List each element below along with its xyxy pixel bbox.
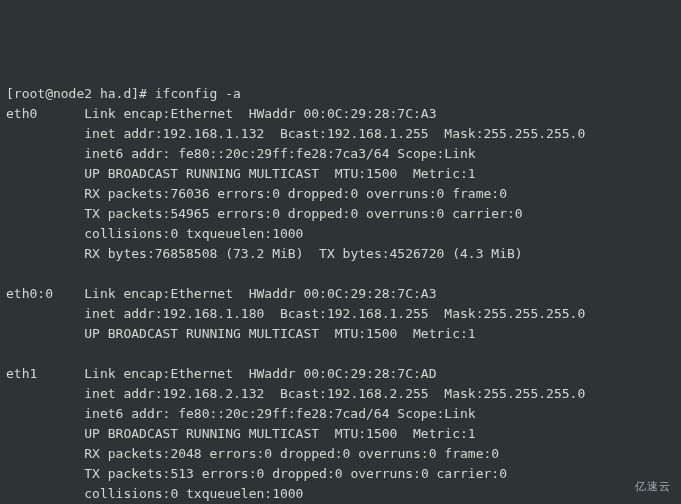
rx-frame: 0: [491, 446, 499, 461]
inet6-scope: Link: [444, 146, 475, 161]
prompt-cwd: ha.d: [100, 86, 131, 101]
txqueuelen: 1000: [272, 486, 303, 501]
iface-name: eth0: [6, 106, 37, 121]
inet-addr: 192.168.2.132: [163, 386, 265, 401]
prompt-user: root: [14, 86, 45, 101]
mtu: 1500: [366, 326, 397, 341]
prompt-symbol: #: [139, 86, 147, 101]
rx-dropped: 0: [350, 186, 358, 201]
bcast: 192.168.1.255: [327, 126, 429, 141]
tx-dropped: 0: [350, 206, 358, 221]
watermark: 亿速云: [609, 476, 671, 496]
tx-bytes-h: 4.3 MiB: [460, 246, 515, 261]
iface-eth0: eth0 Link encap:Ethernet HWaddr 00:0C:29…: [6, 106, 585, 261]
mtu: 1500: [366, 166, 397, 181]
metric: 1: [468, 426, 476, 441]
hwaddr: 00:0C:29:28:7C:AD: [303, 366, 436, 381]
rx-bytes-h: 73.2 MiB: [233, 246, 296, 261]
collisions: 0: [170, 486, 178, 501]
prompt-host: node2: [53, 86, 92, 101]
mask: 255.255.255.0: [483, 386, 585, 401]
mask: 255.255.255.0: [483, 126, 585, 141]
rx-dropped: 0: [343, 446, 351, 461]
cloud-icon: [609, 479, 631, 493]
bcast: 192.168.1.255: [327, 306, 429, 321]
rx-packets: 76036: [170, 186, 209, 201]
link-encap: Ethernet: [170, 106, 233, 121]
terminal-output: [root@node2 ha.d]# ifconfig -a eth0 Link…: [6, 84, 675, 504]
bcast: 192.168.2.255: [327, 386, 429, 401]
metric: 1: [468, 326, 476, 341]
inet-addr: 192.168.1.132: [163, 126, 265, 141]
rx-frame: 0: [499, 186, 507, 201]
link-encap: Ethernet: [170, 366, 233, 381]
hwaddr: 00:0C:29:28:7C:A3: [303, 106, 436, 121]
inet6-addr: fe80::20c:29ff:fe28:7cad/64: [178, 406, 389, 421]
tx-bytes: 4526720: [390, 246, 445, 261]
iface-name: eth1: [6, 366, 37, 381]
tx-overruns: 0: [421, 466, 429, 481]
iface-eth0-0: eth0:0 Link encap:Ethernet HWaddr 00:0C:…: [6, 286, 585, 341]
iface-name: eth0:0: [6, 286, 53, 301]
metric: 1: [468, 166, 476, 181]
rx-overruns: 0: [429, 446, 437, 461]
inet-addr: 192.168.1.180: [163, 306, 265, 321]
iface-eth1: eth1 Link encap:Ethernet HWaddr 00:0C:29…: [6, 366, 585, 504]
tx-carrier: 0: [499, 466, 507, 481]
watermark-text: 亿速云: [635, 476, 671, 496]
rx-overruns: 0: [437, 186, 445, 201]
collisions: 0: [170, 226, 178, 241]
rx-packets: 2048: [170, 446, 201, 461]
tx-carrier: 0: [515, 206, 523, 221]
tx-errors: 0: [272, 206, 280, 221]
rx-errors: 0: [272, 186, 280, 201]
tx-errors: 0: [256, 466, 264, 481]
rx-errors: 0: [264, 446, 272, 461]
flags: UP BROADCAST RUNNING MULTICAST: [84, 166, 319, 181]
rx-bytes: 76858508: [155, 246, 218, 261]
flags: UP BROADCAST RUNNING MULTICAST: [84, 426, 319, 441]
txqueuelen: 1000: [272, 226, 303, 241]
mask: 255.255.255.0: [483, 306, 585, 321]
tx-packets: 513: [170, 466, 193, 481]
inet6-addr: fe80::20c:29ff:fe28:7ca3/64: [178, 146, 389, 161]
shell-prompt[interactable]: [root@node2 ha.d]# ifconfig -a: [6, 86, 241, 101]
tx-overruns: 0: [437, 206, 445, 221]
flags: UP BROADCAST RUNNING MULTICAST: [84, 326, 319, 341]
hwaddr: 00:0C:29:28:7C:A3: [303, 286, 436, 301]
mtu: 1500: [366, 426, 397, 441]
link-encap: Ethernet: [170, 286, 233, 301]
tx-dropped: 0: [335, 466, 343, 481]
tx-packets: 54965: [170, 206, 209, 221]
inet6-scope: Link: [444, 406, 475, 421]
prompt-command: ifconfig -a: [155, 86, 241, 101]
